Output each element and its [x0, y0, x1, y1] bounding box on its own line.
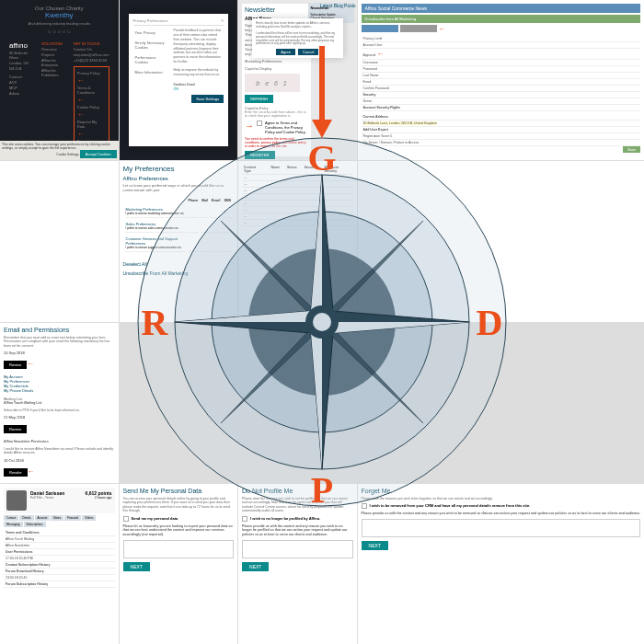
- tile-center-2: [358, 161, 644, 321]
- tile-forget-me: Forget Me Please state the reasons you w…: [358, 484, 644, 644]
- tab-strict-cookies[interactable]: Strictly Necessary Cookies: [133, 39, 170, 52]
- next-button[interactable]: NEXT: [362, 541, 388, 550]
- tile-admin-list: Affino Social Commerce News Unsubscribe …: [358, 0, 644, 160]
- screenshot-grid: Our Chosen Charity Kwenthy And deliverin…: [0, 0, 644, 644]
- agree-button[interactable]: Agree: [276, 49, 295, 55]
- unsubscribe-link[interactable]: Unsubscribe From All Marketing: [123, 270, 235, 276]
- tile-user-profile: Daniel Sarissen Full Title - Tester 6,61…: [0, 484, 119, 644]
- review-button[interactable]: Review: [4, 361, 27, 369]
- reason-textarea-2[interactable]: [123, 540, 235, 558]
- terms-checkbox[interactable]: [257, 121, 262, 126]
- reason-textarea[interactable]: [362, 519, 640, 537]
- tile-center: [0, 161, 119, 321]
- deselect-all-link[interactable]: Deselect All: [123, 261, 235, 267]
- profile-checkbox[interactable]: [242, 516, 247, 522]
- tab-your-privacy[interactable]: Your Privacy: [133, 29, 170, 37]
- newsletter-heading: Newsletter: [245, 6, 308, 13]
- next-button-3[interactable]: NEXT: [242, 562, 269, 571]
- refresh-button[interactable]: REFRESH: [245, 95, 273, 103]
- forget-checkbox[interactable]: [362, 503, 367, 509]
- avatar: [6, 490, 27, 511]
- consent-popup: Here's exactly how to win better updates…: [252, 18, 343, 58]
- preferences-table: PhoneMailEmailSMS Marketing PreferencesI…: [123, 196, 235, 254]
- next-button-2[interactable]: NEXT: [123, 562, 150, 571]
- reason-textarea-3[interactable]: [242, 540, 353, 558]
- accept-cookies-button[interactable]: Accept Cookies: [80, 150, 117, 158]
- save-button[interactable]: Save: [623, 146, 640, 153]
- arrow-icon: ←: [77, 76, 85, 85]
- tab-perf-cookies[interactable]: Performance Cookies: [133, 53, 170, 66]
- privacy-modal: Privacy Preferences✕ Your Privacy Strict…: [129, 14, 229, 146]
- tile-content-list: Content TypeNameStatusSecurityMinimum Se…: [238, 161, 357, 321]
- tab-more-info[interactable]: More Information: [133, 68, 170, 76]
- close-icon[interactable]: ✕: [221, 18, 224, 23]
- review-button-2[interactable]: Review: [4, 425, 27, 433]
- register-button[interactable]: REGISTER: [245, 151, 274, 159]
- revoke-button[interactable]: Revoke: [4, 468, 28, 477]
- charity-header: Our Chosen Charity Kwenthy And deliverin…: [4, 4, 115, 36]
- tile-privacy-modal: Privacy Preferences✕ Your Privacy Strict…: [120, 0, 238, 160]
- tile-newsletter: Newsletter Affino News Sign up for the A…: [238, 0, 357, 160]
- tile-email-permissions: Email and Permissions Remember that you …: [0, 323, 119, 483]
- tile-dark-footer: Our Chosen Charity Kwenthy And deliverin…: [0, 0, 119, 160]
- captcha-display: b e 6 1: [245, 74, 300, 92]
- tile-do-not-profile: Do Not Profile Me Please state the reaso…: [238, 484, 357, 644]
- tile-preferences: My Preferences Affino Preferences Let us…: [120, 161, 238, 321]
- tile-send-data: Send Me My Personal Data You can access …: [120, 484, 238, 644]
- send-data-checkbox[interactable]: [123, 516, 129, 522]
- cancel-button[interactable]: Cancel: [298, 49, 318, 55]
- save-settings-button[interactable]: Save Settings: [191, 95, 224, 103]
